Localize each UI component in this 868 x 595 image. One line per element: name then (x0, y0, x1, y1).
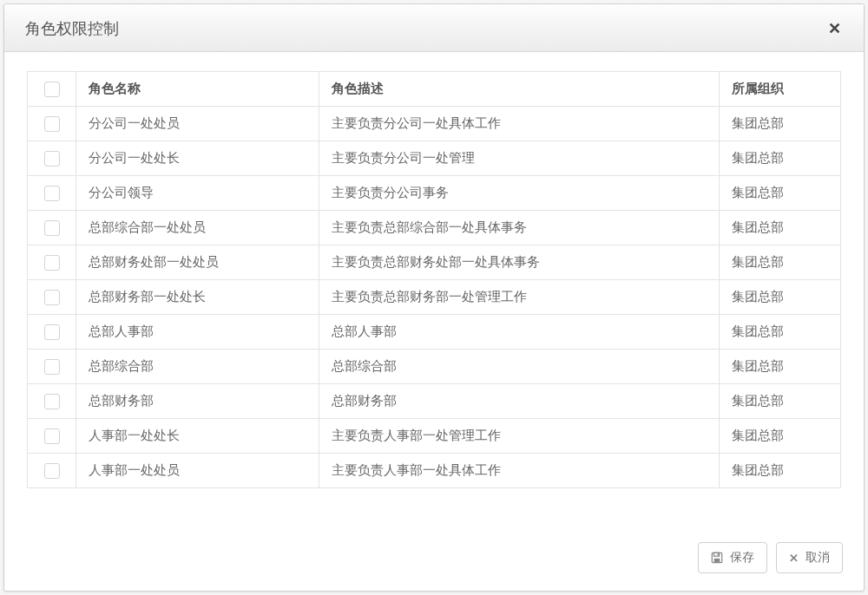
row-checkbox[interactable] (44, 116, 60, 132)
table-row: 总部综合部总部综合部集团总部 (28, 350, 841, 384)
row-checkbox-cell (28, 315, 76, 350)
row-checkbox[interactable] (44, 290, 60, 305)
row-role-name: 总部财务部 (76, 384, 319, 419)
dialog-title: 角色权限控制 (25, 18, 119, 39)
row-org: 集团总部 (720, 315, 841, 350)
row-role-desc: 总部综合部 (319, 350, 720, 384)
row-checkbox-cell (28, 280, 76, 315)
row-role-desc: 主要负责总部财务处部一处具体事务 (319, 245, 720, 280)
row-checkbox-cell (28, 176, 76, 211)
select-all-checkbox[interactable] (44, 82, 60, 97)
row-role-desc: 主要负责分公司事务 (319, 176, 720, 211)
table-row: 总部人事部总部人事部集团总部 (28, 315, 841, 350)
table-row: 总部财务部一处处长主要负责总部财务部一处管理工作集团总部 (28, 280, 841, 315)
cancel-button-label: 取消 (806, 550, 830, 566)
row-checkbox[interactable] (44, 359, 60, 375)
close-icon: ✕ (789, 552, 799, 565)
row-checkbox[interactable] (44, 394, 60, 409)
dialog-header: 角色权限控制 ✕ (4, 4, 864, 52)
row-checkbox[interactable] (44, 324, 60, 340)
row-org: 集团总部 (720, 141, 841, 176)
row-role-name: 分公司一处处员 (76, 107, 319, 141)
table-row: 总部财务部总部财务部集团总部 (28, 384, 841, 419)
row-role-desc: 主要负责分公司一处具体工作 (319, 107, 720, 141)
row-checkbox-cell (28, 141, 76, 176)
close-icon[interactable]: ✕ (823, 19, 846, 38)
row-checkbox[interactable] (44, 463, 60, 479)
svg-rect-3 (718, 553, 719, 555)
row-role-name: 总部财务部一处处长 (76, 280, 319, 315)
row-checkbox[interactable] (44, 220, 60, 236)
row-org: 集团总部 (720, 384, 841, 419)
table-row: 分公司一处处员主要负责分公司一处具体工作集团总部 (28, 107, 841, 141)
row-role-desc: 总部财务部 (319, 384, 720, 419)
row-checkbox-cell (28, 245, 76, 280)
svg-rect-2 (714, 559, 720, 563)
row-checkbox-cell (28, 454, 76, 488)
row-org: 集团总部 (720, 211, 841, 245)
save-icon (711, 552, 723, 564)
table-row: 总部综合部一处处员主要负责总部综合部一处具体事务集团总部 (28, 211, 841, 245)
role-permission-dialog: 角色权限控制 ✕ 角色名称 角色描述 所属组织 分公司一处处员主要负责分公司一处… (3, 3, 865, 592)
header-role-name: 角色名称 (76, 72, 319, 107)
row-role-name: 分公司领导 (76, 176, 319, 211)
row-role-desc: 主要负责分公司一处管理 (319, 141, 720, 176)
dialog-footer: 保存 ✕ 取消 (4, 530, 864, 591)
table-row: 分公司领导主要负责分公司事务集团总部 (28, 176, 841, 211)
row-checkbox[interactable] (44, 428, 60, 444)
row-role-name: 总部综合部一处处员 (76, 211, 319, 245)
dialog-body: 角色名称 角色描述 所属组织 分公司一处处员主要负责分公司一处具体工作集团总部分… (4, 52, 864, 530)
save-button-label: 保存 (730, 550, 754, 566)
row-role-name: 总部综合部 (76, 350, 319, 384)
table-row: 人事部一处处长主要负责人事部一处管理工作集团总部 (28, 419, 841, 454)
row-org: 集团总部 (720, 419, 841, 454)
row-checkbox-cell (28, 384, 76, 419)
table-row: 人事部一处处员主要负责人事部一处具体工作集团总部 (28, 454, 841, 488)
row-role-name: 分公司一处处长 (76, 141, 319, 176)
row-checkbox-cell (28, 350, 76, 384)
cancel-button[interactable]: ✕ 取消 (776, 542, 843, 573)
row-role-name: 总部财务处部一处处员 (76, 245, 319, 280)
row-role-name: 人事部一处处员 (76, 454, 319, 488)
row-role-name: 人事部一处处长 (76, 419, 319, 454)
row-checkbox[interactable] (44, 255, 60, 271)
table-row: 总部财务处部一处处员主要负责总部财务处部一处具体事务集团总部 (28, 245, 841, 280)
row-org: 集团总部 (720, 454, 841, 488)
row-org: 集团总部 (720, 107, 841, 141)
table-header-row: 角色名称 角色描述 所属组织 (28, 72, 841, 107)
row-role-desc: 总部人事部 (319, 315, 720, 350)
roles-table: 角色名称 角色描述 所属组织 分公司一处处员主要负责分公司一处具体工作集团总部分… (27, 71, 841, 488)
row-role-desc: 主要负责总部综合部一处具体事务 (319, 211, 720, 245)
row-org: 集团总部 (720, 176, 841, 211)
row-role-desc: 主要负责总部财务部一处管理工作 (319, 280, 720, 315)
row-checkbox[interactable] (44, 151, 60, 167)
row-org: 集团总部 (720, 280, 841, 315)
select-all-header (28, 72, 76, 107)
row-checkbox-cell (28, 211, 76, 245)
row-org: 集团总部 (720, 245, 841, 280)
table-row: 分公司一处处长主要负责分公司一处管理集团总部 (28, 141, 841, 176)
row-role-desc: 主要负责人事部一处管理工作 (319, 419, 720, 454)
row-checkbox[interactable] (44, 186, 60, 201)
save-button[interactable]: 保存 (698, 542, 767, 573)
row-checkbox-cell (28, 419, 76, 454)
row-role-desc: 主要负责人事部一处具体工作 (319, 454, 720, 488)
row-checkbox-cell (28, 107, 76, 141)
row-role-name: 总部人事部 (76, 315, 319, 350)
row-org: 集团总部 (720, 350, 841, 384)
header-org: 所属组织 (720, 72, 841, 107)
header-role-desc: 角色描述 (319, 72, 720, 107)
